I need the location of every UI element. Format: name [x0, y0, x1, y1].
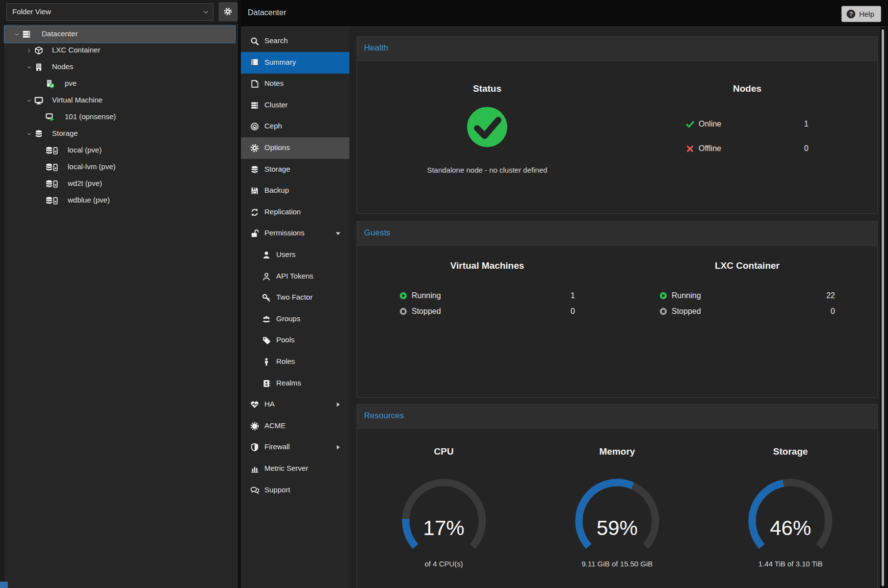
book-icon: [250, 58, 259, 67]
certificate-icon: [250, 422, 259, 431]
nav-item-label: Users: [276, 250, 295, 258]
offline-label: Offline: [699, 144, 721, 153]
nav-item-replication[interactable]: Replication: [241, 202, 349, 223]
nav-item-label: Ceph: [264, 122, 282, 130]
tree-item-nodes[interactable]: Nodes: [4, 59, 235, 76]
nav-item-ha[interactable]: HA: [241, 394, 349, 415]
nav-item-label: Pools: [276, 335, 295, 344]
tree-item-label: wd2t (pve): [68, 179, 102, 187]
shield-icon: [250, 443, 259, 452]
comments-icon: [250, 486, 259, 495]
nav-item-backup[interactable]: Backup: [241, 180, 349, 202]
nav-item-roles[interactable]: Roles: [241, 351, 349, 373]
vm-stopped-label: Stopped: [412, 307, 441, 316]
tag-icon: [262, 336, 271, 345]
tree-item-wdblue-pve[interactable]: wdblue (pve): [4, 192, 235, 209]
vm-stopped-count: 0: [571, 307, 575, 316]
nav-item-users[interactable]: Users: [241, 244, 349, 266]
arrow-down-icon[interactable]: [335, 230, 341, 236]
building-icon: [34, 63, 43, 72]
datacenter-nav: SearchSummaryNotesClusterCephOptionsStor…: [241, 27, 349, 588]
nodes-heading: Nodes: [733, 83, 761, 94]
nodes-offline-row: Offline 0: [686, 136, 809, 161]
scrollbar-thumb[interactable]: [882, 29, 884, 586]
tree-item-wd2t-pve[interactable]: wd2t (pve): [4, 176, 235, 192]
health-status-column: Status Standalone node - no cluster defi…: [357, 61, 617, 174]
nav-item-metric-server[interactable]: Metric Server: [241, 458, 349, 480]
unlock-icon: [250, 229, 259, 238]
bottom-left-marker: [0, 582, 8, 588]
caret-right-icon[interactable]: [26, 48, 32, 53]
view-selector-value: Folder View: [12, 7, 51, 16]
tree-item-local-pve[interactable]: local (pve): [4, 142, 235, 159]
caret-down-icon[interactable]: [26, 131, 32, 137]
caret-down-icon[interactable]: [26, 65, 32, 70]
tree-item-pve[interactable]: pve: [4, 76, 235, 92]
content-header-bar: Datacenter ? Help: [241, 0, 888, 27]
stopped-icon: [399, 307, 407, 315]
tree-item-label: 101 (opnsense): [65, 112, 116, 121]
view-selector-dropdown[interactable]: Folder View: [6, 3, 213, 21]
nav-item-groups[interactable]: Groups: [241, 308, 349, 330]
cross-icon: [686, 145, 694, 153]
tree-item-label: wdblue (pve): [68, 196, 110, 204]
nav-item-support[interactable]: Support: [241, 480, 349, 501]
nav-item-ceph[interactable]: Ceph: [241, 116, 349, 137]
nav-item-api-tokens[interactable]: API Tokens: [241, 266, 349, 287]
nav-item-label: Replication: [264, 207, 301, 216]
user-icon: [262, 251, 271, 259]
tree-settings-button[interactable]: [219, 2, 237, 21]
nav-item-two-factor[interactable]: Two Factor: [241, 287, 349, 308]
help-button[interactable]: ? Help: [841, 6, 881, 22]
arrow-right-icon[interactable]: [335, 402, 341, 408]
stopped-icon: [659, 307, 667, 315]
lxc-stopped-label: Stopped: [672, 307, 701, 316]
lxc-running-count: 22: [826, 291, 835, 300]
nav-item-label: Firewall: [264, 442, 290, 451]
online-label: Online: [699, 120, 721, 128]
storage-sub-label: 1.44 TiB of 3.10 TiB: [758, 560, 823, 568]
vm-running-row: Running 1: [399, 288, 575, 304]
nav-item-cluster[interactable]: Cluster: [241, 95, 349, 116]
tree-item-101-opnsense[interactable]: 101 (opnsense): [4, 109, 235, 126]
guests-panel-header: Guests: [357, 222, 877, 246]
page-title: Datacenter: [248, 8, 286, 17]
nav-item-permissions[interactable]: Permissions: [241, 223, 349, 244]
running-icon: [399, 292, 407, 300]
tree-item-storage[interactable]: Storage: [4, 126, 235, 142]
storage-heading: Storage: [773, 446, 808, 457]
nav-item-search[interactable]: Search: [241, 30, 349, 52]
caret-down-icon[interactable]: [14, 32, 20, 37]
proxmox-datacenter-screen: { "sidebar": { "view_selector": {"value"…: [0, 0, 888, 588]
tree-item-datacenter[interactable]: Datacenter: [4, 26, 235, 43]
nav-item-summary[interactable]: Summary: [241, 52, 349, 74]
tree-item-label: Virtual Machine: [52, 96, 103, 104]
vm-column: Virtual Machines Running 1 Stopped 0: [357, 246, 617, 319]
arrow-right-icon[interactable]: [335, 444, 341, 450]
nav-item-pools[interactable]: Pools: [241, 330, 349, 351]
nav-item-options[interactable]: Options: [241, 137, 349, 159]
vm-running-count: 1: [571, 291, 575, 300]
tree-item-local-lvm-pve[interactable]: local-lvm (pve): [4, 159, 235, 176]
resource-tree-sidebar: Folder View DatacenterLXC ContainerNodes…: [0, 0, 238, 588]
cpu-percent: 17%: [370, 516, 518, 540]
summary-content: Health Status Standalone node - no clust…: [349, 27, 888, 588]
nav-item-label: HA: [264, 400, 275, 408]
nav-item-acme[interactable]: ACME: [241, 415, 349, 437]
tree-item-label: pve: [65, 79, 77, 87]
status-message: Standalone node - no cluster defined: [427, 166, 547, 174]
cube-icon: [34, 46, 43, 55]
nav-item-label: Options: [264, 143, 290, 152]
nav-item-firewall[interactable]: Firewall: [241, 436, 349, 458]
storage-gauge: 46%: [717, 476, 864, 559]
nav-item-notes[interactable]: Notes: [241, 73, 349, 95]
chevron-down-icon: [203, 9, 209, 15]
nav-item-storage[interactable]: Storage: [241, 159, 349, 180]
nav-item-realms[interactable]: Realms: [241, 373, 349, 394]
nav-item-label: Storage: [264, 165, 290, 173]
tree-item-lxc-container[interactable]: LXC Container: [4, 42, 235, 59]
resources-panel-header: Resources: [357, 405, 877, 429]
nav-item-label: Summary: [264, 58, 296, 66]
tree-item-virtual-machine[interactable]: Virtual Machine: [4, 92, 235, 109]
caret-down-icon[interactable]: [26, 98, 32, 103]
